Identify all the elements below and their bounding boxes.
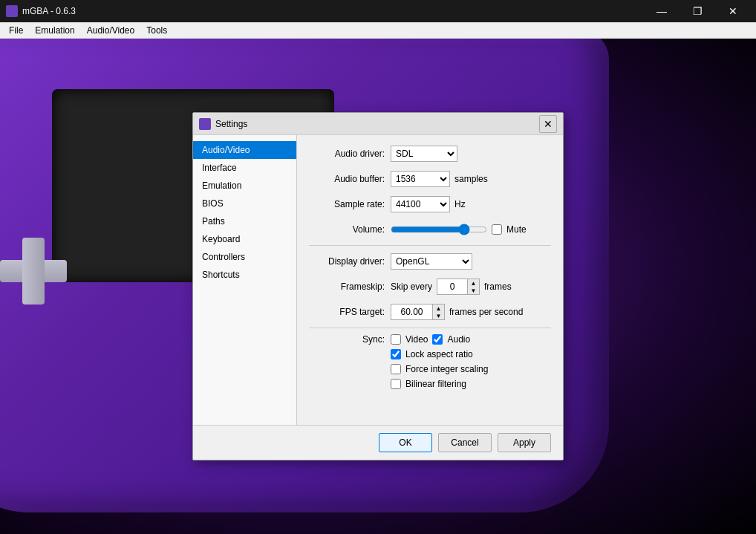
bilinear-checkbox[interactable] [391,379,401,389]
sample-rate-control: 22050 32000 44100 48000 Hz [391,196,551,212]
sync-label: Sync: [309,334,391,345]
fps-up-button[interactable]: ▲ [432,305,444,312]
frameskip-input[interactable] [437,279,467,294]
audio-buffer-row: Audio buffer: 512 1024 1536 2048 4096 sa… [309,169,551,189]
sidebar-item-paths[interactable]: Paths [193,212,296,230]
frameskip-prefix: Skip every [391,281,432,292]
dialog-icon [199,118,211,130]
sidebar-item-bios[interactable]: BIOS [193,195,296,212]
dialog-titlebar: Settings ✕ [193,113,563,135]
frameskip-up-button[interactable]: ▲ [467,279,479,287]
settings-sidebar: Audio/Video Interface Emulation BIOS Pat… [193,135,297,425]
sidebar-item-audiovideo[interactable]: Audio/Video [193,141,296,159]
lock-aspect-row: Lock aspect ratio [391,349,488,359]
force-integer-label: Force integer scaling [405,364,488,374]
dialog-body: Audio/Video Interface Emulation BIOS Pat… [193,135,563,425]
cancel-button[interactable]: Cancel [438,433,492,452]
display-driver-control: OpenGL OpenGL (force 1x) Software None [391,253,551,270]
sync-audio-label: Audio [447,334,470,345]
fps-target-label: FPS target: [309,307,391,317]
mute-label: Mute [506,224,527,235]
fps-down-button[interactable]: ▼ [432,312,444,319]
ok-button[interactable]: OK [379,433,432,452]
audio-buffer-label: Audio buffer: [309,174,391,184]
display-driver-label: Display driver: [309,256,391,267]
maximize-button[interactable]: ❐ [680,0,714,22]
divider-1 [309,245,551,246]
audio-driver-control: SDL OpenAL None [391,146,551,162]
sample-rate-suffix: Hz [454,199,466,209]
audio-buffer-select[interactable]: 512 1024 1536 2048 4096 [391,171,450,187]
mute-checkbox[interactable] [492,224,502,235]
frameskip-down-button[interactable]: ▼ [467,287,479,294]
volume-row: Volume: Mute [309,220,551,239]
sidebar-item-emulation[interactable]: Emulation [193,177,296,195]
force-integer-checkbox[interactable] [391,364,401,374]
audio-driver-row: Audio driver: SDL OpenAL None [309,144,551,163]
sample-rate-label: Sample rate: [309,199,391,209]
audio-buffer-control: 512 1024 1536 2048 4096 samples [391,171,551,187]
sample-rate-row: Sample rate: 22050 32000 44100 48000 Hz [309,195,551,214]
divider-2 [309,328,551,328]
sync-audio-checkbox[interactable] [432,334,443,345]
volume-label: Volume: [309,224,391,235]
force-integer-row: Force integer scaling [391,364,488,374]
sidebar-item-shortcuts[interactable]: Shortcuts [193,266,296,284]
sidebar-item-keyboard[interactable]: Keyboard [193,230,296,248]
fps-target-row: FPS target: ▲ ▼ frames per second [309,302,551,322]
volume-slider[interactable] [391,224,487,235]
dialog-overlay: Settings ✕ Audio/Video Interface Emulati… [0,39,756,534]
apply-button[interactable]: Apply [498,433,551,452]
settings-dialog: Settings ✕ Audio/Video Interface Emulati… [192,112,564,460]
titlebar-controls: — ❐ ✕ [645,0,750,22]
settings-content: Audio driver: SDL OpenAL None Audio buff… [297,135,563,425]
app-title: mGBA - 0.6.3 [22,6,645,16]
display-driver-row: Display driver: OpenGL OpenGL (force 1x)… [309,252,551,271]
close-button[interactable]: ✕ [716,0,750,22]
sidebar-item-interface[interactable]: Interface [193,159,296,177]
lock-aspect-checkbox[interactable] [391,349,401,359]
bilinear-row: Bilinear filtering [391,379,488,389]
frameskip-row: Frameskip: Skip every ▲ ▼ frames [309,277,551,296]
titlebar: mGBA - 0.6.3 — ❐ ✕ [0,0,756,22]
sync-video-label: Video [405,334,428,345]
fps-spinner: ▲ ▼ [391,304,445,320]
sync-options: Video Audio Lock aspect ratio Force [391,334,488,389]
frameskip-control: Skip every ▲ ▼ frames [391,279,551,295]
menu-emulation[interactable]: Emulation [29,24,80,37]
frameskip-suffix: frames [484,281,512,292]
frameskip-spinner: ▲ ▼ [437,279,480,295]
fps-target-control: ▲ ▼ frames per second [391,304,551,320]
menu-tools[interactable]: Tools [140,24,173,37]
display-driver-select[interactable]: OpenGL OpenGL (force 1x) Software None [391,253,472,270]
sync-video-checkbox[interactable] [391,334,401,345]
app-icon [6,5,18,17]
menu-audiovideo[interactable]: Audio/Video [81,24,141,37]
dialog-title: Settings [215,119,539,129]
sidebar-item-controllers[interactable]: Controllers [193,248,296,266]
audio-driver-select[interactable]: SDL OpenAL None [391,146,457,162]
fps-input[interactable] [391,305,432,319]
audio-driver-label: Audio driver: [309,149,391,159]
volume-control: Mute [391,224,551,235]
sync-row: Sync: Video Audio Lock aspect ratio [309,334,551,389]
bilinear-label: Bilinear filtering [405,379,466,389]
sync-video-audio-row: Video Audio [391,334,488,345]
dialog-footer: OK Cancel Apply [193,425,563,460]
fps-suffix: frames per second [449,307,523,317]
menu-file[interactable]: File [3,24,29,37]
minimize-button[interactable]: — [645,0,679,22]
lock-aspect-label: Lock aspect ratio [405,349,473,359]
frameskip-label: Frameskip: [309,281,391,292]
audio-buffer-suffix: samples [454,174,488,184]
dialog-close-button[interactable]: ✕ [539,115,557,133]
sample-rate-select[interactable]: 22050 32000 44100 48000 [391,196,450,212]
menubar: File Emulation Audio/Video Tools [0,22,756,39]
